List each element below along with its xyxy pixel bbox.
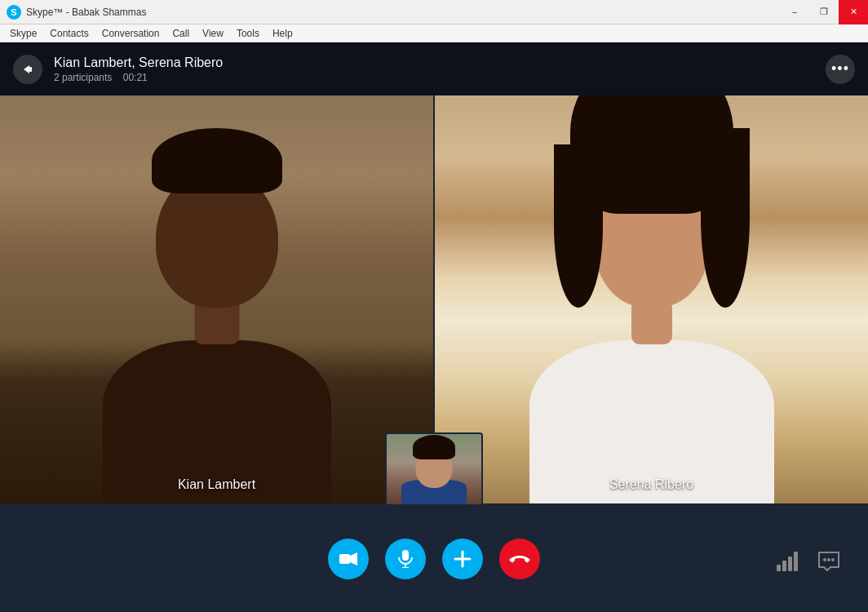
kian-video-feed [0, 95, 433, 503]
svg-point-12 [823, 558, 826, 561]
svg-point-14 [831, 558, 835, 561]
svg-rect-1 [339, 554, 350, 564]
signal-bars-icon [777, 552, 799, 571]
chat-bubble-icon [817, 551, 840, 572]
menu-tools[interactable]: Tools [230, 26, 266, 41]
add-icon [454, 550, 472, 568]
microphone-icon [398, 550, 413, 568]
menu-view[interactable]: View [196, 26, 230, 41]
call-meta: 2 participants 00:21 [54, 72, 223, 83]
svg-rect-0 [29, 67, 32, 72]
svg-rect-10 [788, 557, 792, 571]
video-toggle-button[interactable] [328, 539, 369, 579]
restore-button[interactable]: ❐ [809, 0, 839, 24]
participants-count: 2 participants [54, 72, 112, 83]
back-icon [20, 62, 35, 77]
svg-rect-9 [782, 561, 786, 571]
minimize-button[interactable]: − [780, 0, 809, 24]
call-header-left: Kian Lambert, Serena Ribero 2 participan… [13, 55, 223, 84]
serena-name-label: Serena Ribero [609, 477, 693, 492]
self-video-feed [387, 434, 481, 504]
svg-point-13 [827, 558, 830, 561]
call-controls [328, 539, 540, 579]
microphone-toggle-button[interactable] [385, 539, 426, 579]
title-bar-left: S Skype™ - Babak Shammas [0, 5, 146, 20]
call-participants-label: Kian Lambert, Serena Ribero [54, 55, 223, 70]
menu-help[interactable]: Help [266, 26, 299, 41]
call-controls-bar [0, 506, 868, 612]
call-area: Kian Lambert, Serena Ribero 2 participan… [0, 42, 868, 612]
window-controls: − ❐ ✕ [780, 0, 868, 24]
add-participant-button[interactable] [442, 539, 483, 579]
self-view-thumbnail [385, 432, 483, 506]
video-camera-icon [339, 552, 357, 566]
menu-bar: Skype Contacts Conversation Call View To… [0, 24, 868, 42]
signal-strength-icon[interactable] [773, 547, 803, 576]
close-button[interactable]: ✕ [839, 0, 868, 24]
menu-call[interactable]: Call [166, 26, 196, 41]
call-header: Kian Lambert, Serena Ribero 2 participan… [0, 42, 868, 95]
video-cell-serena: Serena Ribero [433, 95, 868, 503]
chat-button[interactable] [814, 547, 844, 576]
svg-marker-2 [350, 552, 357, 565]
kian-name-label: Kian Lambert [178, 477, 255, 492]
serena-video-feed [435, 95, 868, 503]
svg-rect-3 [402, 550, 409, 561]
more-options-button[interactable]: ••• [826, 55, 855, 84]
menu-contacts[interactable]: Contacts [43, 26, 95, 41]
call-info: Kian Lambert, Serena Ribero 2 participan… [54, 55, 223, 83]
bottom-right-icons [773, 547, 844, 576]
call-duration: 00:21 [123, 72, 148, 83]
title-bar: S Skype™ - Babak Shammas − ❐ ✕ [0, 0, 868, 24]
svg-rect-8 [777, 565, 781, 571]
back-button[interactable] [13, 55, 42, 84]
menu-skype[interactable]: Skype [3, 26, 43, 41]
window-title: Skype™ - Babak Shammas [26, 7, 146, 18]
menu-conversation[interactable]: Conversation [95, 26, 166, 41]
end-call-icon [509, 553, 530, 565]
end-call-button[interactable] [499, 539, 540, 579]
video-cell-kian: Kian Lambert [0, 95, 433, 503]
skype-logo-icon: S [7, 5, 21, 20]
svg-rect-11 [794, 552, 798, 571]
